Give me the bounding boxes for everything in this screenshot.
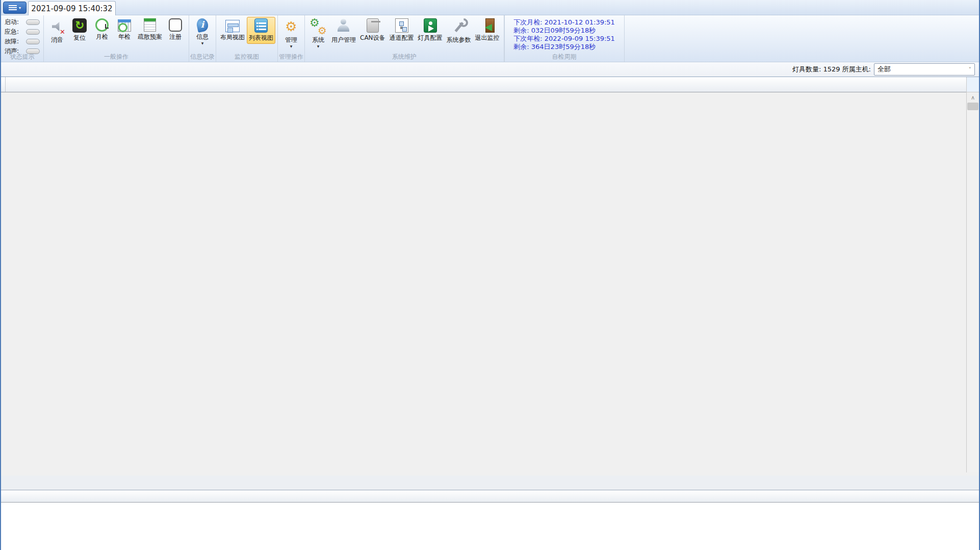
ribbon-button-label: 信息: [196, 33, 209, 41]
ribbon-group-2: 布局视图列表视图监控视图: [216, 15, 278, 62]
lamp-config-icon: [424, 18, 437, 33]
ribbon-button-label: 管理: [285, 36, 297, 44]
ribbon-button-label: 月检: [96, 33, 108, 41]
ribbon-toolbar: 启动:应急:故障:消声: 状态提示 消音复位月检年检疏散预案注册一般操作信息▼信…: [1, 15, 979, 62]
annual-check-icon: [118, 19, 131, 32]
ribbon-button-label: 系统参数: [447, 36, 471, 44]
exit-monitor-icon: [485, 18, 495, 33]
ribbon-button-label: 注册: [169, 33, 182, 41]
list-view-button[interactable]: 列表视图: [247, 17, 275, 44]
ribbon-group-4: 系统▼用户管理CAN设备通道配置灯具配置系统参数退出监控系统维护: [305, 15, 504, 62]
ribbon-button-row: 系统▼用户管理CAN设备通道配置灯具配置系统参数退出监控: [307, 16, 502, 54]
ribbon-button-row: 管理▼: [280, 16, 302, 54]
status-label: 启动:: [5, 18, 19, 27]
lamp-table-header: [1, 77, 979, 92]
system-params-button[interactable]: 系统参数: [445, 17, 473, 46]
lamp-config-button[interactable]: 灯具配置: [416, 17, 445, 44]
ribbon-group-label: 一般操作: [44, 53, 189, 61]
status-panel: 启动:应急:故障:消声: 状态提示: [1, 15, 44, 62]
ribbon-group-label: 管理操作: [278, 53, 304, 61]
can-device-icon: [367, 18, 379, 33]
status-group-label: 状态提示: [1, 53, 43, 61]
chevron-down-icon: ˅: [969, 66, 972, 73]
layout-view-button[interactable]: 布局视图: [218, 17, 247, 43]
ribbon-button-label: 复位: [73, 34, 86, 42]
status-item-1: 应急:: [3, 28, 41, 36]
ribbon-group-label: 信息记录: [189, 53, 216, 61]
ribbon-button-label: 消音: [51, 36, 63, 44]
filter-bar: 灯具数量: 1529 所属主机: 全部 ˅: [1, 62, 979, 77]
lamp-table-panel: ∧: [1, 77, 979, 476]
ribbon-group-0: 消音复位月检年检疏散预案注册一般操作: [44, 15, 189, 62]
status-indicator-light: [26, 19, 40, 25]
register-button[interactable]: 注册: [164, 17, 187, 43]
ribbon-button-label: 列表视图: [249, 34, 273, 42]
ribbon-button-label: 退出监控: [475, 34, 500, 42]
system-button[interactable]: 系统▼: [307, 17, 329, 49]
ribbon-button-row: 消音复位月检年检疏散预案注册: [46, 16, 187, 54]
self-check-line-3: 剩余: 364日23时59分18秒: [513, 43, 615, 51]
reset-icon: [72, 18, 87, 33]
annual-check-button[interactable]: 年检: [113, 17, 136, 43]
monthly-check-button[interactable]: 月检: [91, 17, 113, 43]
main-table-scrollbar[interactable]: ∧: [966, 77, 979, 472]
menu-bars-icon: [9, 5, 17, 10]
chevron-down-icon: ▾: [19, 6, 21, 10]
ribbon-button-label: 疏散预案: [138, 33, 162, 41]
manage-button[interactable]: 管理▼: [280, 17, 302, 49]
can-device-button[interactable]: CAN设备: [358, 17, 388, 44]
lamp-count-label: 灯具数量: 1529 所属主机:: [792, 65, 871, 74]
system-params-icon: [450, 18, 468, 35]
scrollbar-thumb[interactable]: [967, 103, 978, 110]
evacuation-plan-button[interactable]: 疏散预案: [136, 17, 164, 43]
ribbon-group-3: 管理▼管理操作: [278, 15, 305, 62]
manage-icon: [282, 18, 300, 35]
mute-icon: [48, 18, 66, 35]
chevron-down-icon: ▼: [201, 42, 204, 44]
status-indicator-light: [26, 39, 40, 44]
status-indicator-light: [26, 29, 40, 35]
self-check-panel: 下次月检: 2021-10-12 01:39:51剩余: 032日09时59分1…: [504, 15, 625, 62]
evacuation-plan-icon: [144, 18, 156, 32]
host-filter-value: 全部: [878, 65, 891, 74]
ribbon-button-label: 年检: [118, 33, 131, 41]
app-window: ▾ 2021-09-09 15:40:32 启动:应急:故障:消声: 状态提示 …: [0, 0, 980, 550]
chevron-down-icon: ▼: [317, 45, 320, 47]
self-check-line-0: 下次月检: 2021-10-12 01:39:51: [513, 18, 615, 27]
status-item-2: 故障:: [3, 37, 41, 46]
header-left-margin: [1, 77, 6, 92]
title-bar: ▾ 2021-09-09 15:40:32: [1, 0, 979, 15]
chevron-down-icon: ▼: [290, 45, 293, 47]
ribbon-button-label: 布局视图: [220, 33, 245, 42]
ribbon-button-label: 通道配置: [390, 34, 414, 42]
ribbon-group-label: 监控视图: [216, 53, 277, 61]
ribbon-button-row: 信息▼: [191, 16, 214, 54]
layout-view-icon: [225, 20, 240, 32]
ribbon-button-label: 灯具配置: [418, 34, 443, 42]
monthly-check-icon: [95, 18, 109, 32]
status-label: 应急:: [5, 28, 19, 36]
fault-table-panel: [1, 490, 979, 550]
self-check-line-1: 剩余: 032日09时59分18秒: [513, 27, 615, 35]
scroll-up-icon[interactable]: ∧: [967, 92, 979, 103]
title-clock: 2021-09-09 15:40:32: [28, 1, 116, 15]
app-menu-button[interactable]: ▾: [3, 2, 27, 14]
self-check-group-label: 自检周期: [505, 53, 624, 61]
user-manage-button[interactable]: 用户管理: [329, 17, 358, 46]
mute-button[interactable]: 消音: [46, 17, 68, 46]
exit-monitor-button[interactable]: 退出监控: [473, 17, 502, 44]
reset-button[interactable]: 复位: [68, 17, 91, 44]
ribbon-group-label: 系统维护: [305, 53, 504, 61]
ribbon-button-label: CAN设备: [360, 34, 385, 42]
scrollbar-header-spacer: [967, 77, 979, 92]
status-label: 故障:: [5, 37, 19, 46]
channel-config-button[interactable]: 通道配置: [388, 17, 416, 44]
register-icon: [169, 18, 182, 32]
info-button[interactable]: 信息▼: [191, 17, 214, 46]
host-filter-select[interactable]: 全部 ˅: [874, 63, 975, 76]
user-manage-icon: [335, 18, 352, 35]
ribbon-button-row: 布局视图列表视图: [218, 16, 275, 54]
list-view-icon: [254, 18, 268, 33]
ribbon-button-label: 用户管理: [331, 36, 356, 44]
status-item-0: 启动:: [3, 18, 41, 27]
